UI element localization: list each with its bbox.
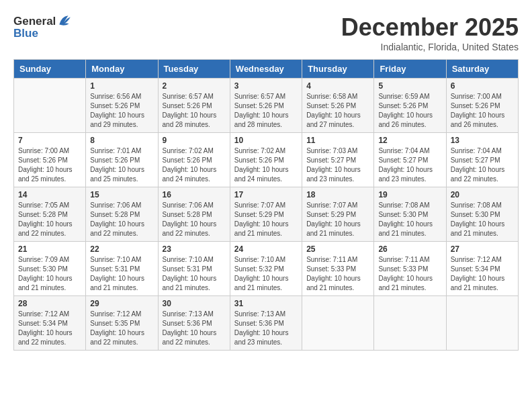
calendar-cell: 4Sunrise: 6:58 AMSunset: 5:26 PMDaylight… <box>302 79 374 133</box>
day-info: Sunrise: 7:12 AMSunset: 5:34 PMDaylight:… <box>18 310 81 347</box>
calendar-cell: 19Sunrise: 7:08 AMSunset: 5:30 PMDayligh… <box>374 187 446 242</box>
day-info: Sunrise: 7:04 AMSunset: 5:27 PMDaylight:… <box>451 146 514 184</box>
day-number: 28 <box>18 299 81 308</box>
calendar-week-row: 28Sunrise: 7:12 AMSunset: 5:34 PMDayligh… <box>14 296 519 351</box>
day-info: Sunrise: 7:05 AMSunset: 5:28 PMDaylight:… <box>18 201 81 238</box>
weekday-header: Tuesday <box>158 60 230 79</box>
day-number: 29 <box>90 299 153 308</box>
calendar-cell: 30Sunrise: 7:13 AMSunset: 5:36 PMDayligh… <box>158 296 230 351</box>
day-info: Sunrise: 7:00 AMSunset: 5:26 PMDaylight:… <box>18 146 81 184</box>
day-info: Sunrise: 7:07 AMSunset: 5:29 PMDaylight:… <box>306 201 369 238</box>
day-number: 1 <box>90 81 153 91</box>
day-info: Sunrise: 7:13 AMSunset: 5:36 PMDaylight:… <box>163 310 226 347</box>
day-info: Sunrise: 7:00 AMSunset: 5:26 PMDaylight:… <box>451 92 514 130</box>
day-number: 16 <box>163 190 226 199</box>
location: Indialantic, Florida, United States <box>341 42 519 52</box>
calendar-cell: 5Sunrise: 6:59 AMSunset: 5:26 PMDaylight… <box>374 79 446 133</box>
logo-general-text: General <box>13 15 56 28</box>
calendar-week-row: 14Sunrise: 7:05 AMSunset: 5:28 PMDayligh… <box>14 187 519 242</box>
day-number: 7 <box>18 136 81 145</box>
weekday-header: Friday <box>374 60 446 79</box>
calendar-cell: 2Sunrise: 6:57 AMSunset: 5:26 PMDaylight… <box>158 79 230 133</box>
day-number: 17 <box>234 190 298 199</box>
calendar-cell <box>374 296 446 351</box>
day-info: Sunrise: 7:07 AMSunset: 5:29 PMDaylight:… <box>234 201 298 238</box>
day-info: Sunrise: 7:13 AMSunset: 5:36 PMDaylight:… <box>234 310 298 347</box>
day-info: Sunrise: 7:06 AMSunset: 5:28 PMDaylight:… <box>90 201 153 238</box>
calendar-week-row: 7Sunrise: 7:00 AMSunset: 5:26 PMDaylight… <box>14 133 519 187</box>
day-info: Sunrise: 7:10 AMSunset: 5:32 PMDaylight:… <box>234 255 298 293</box>
calendar-cell: 8Sunrise: 7:01 AMSunset: 5:26 PMDaylight… <box>86 133 158 187</box>
month-title: December 2025 <box>341 13 519 42</box>
day-number: 10 <box>234 136 298 145</box>
day-number: 6 <box>451 81 514 91</box>
day-number: 8 <box>90 136 153 145</box>
calendar-cell: 6Sunrise: 7:00 AMSunset: 5:26 PMDaylight… <box>446 79 518 133</box>
calendar-cell: 22Sunrise: 7:10 AMSunset: 5:31 PMDayligh… <box>86 242 158 296</box>
day-number: 5 <box>378 81 441 91</box>
calendar-cell <box>302 296 374 351</box>
day-info: Sunrise: 6:57 AMSunset: 5:26 PMDaylight:… <box>234 92 298 130</box>
calendar-cell: 21Sunrise: 7:09 AMSunset: 5:30 PMDayligh… <box>14 242 86 296</box>
calendar-cell <box>446 296 518 351</box>
calendar-cell: 7Sunrise: 7:00 AMSunset: 5:26 PMDaylight… <box>14 133 86 187</box>
day-number: 4 <box>306 81 369 91</box>
calendar-cell: 20Sunrise: 7:08 AMSunset: 5:30 PMDayligh… <box>446 187 518 242</box>
weekday-header: Saturday <box>446 60 518 79</box>
title-area: December 2025 Indialantic, Florida, Unit… <box>341 13 519 52</box>
day-info: Sunrise: 7:08 AMSunset: 5:30 PMDaylight:… <box>451 201 514 238</box>
calendar-cell: 16Sunrise: 7:06 AMSunset: 5:28 PMDayligh… <box>158 187 230 242</box>
calendar-cell: 10Sunrise: 7:02 AMSunset: 5:26 PMDayligh… <box>230 133 302 187</box>
calendar-cell: 14Sunrise: 7:05 AMSunset: 5:28 PMDayligh… <box>14 187 86 242</box>
day-number: 20 <box>451 190 514 199</box>
day-number: 2 <box>163 81 226 91</box>
calendar-cell: 28Sunrise: 7:12 AMSunset: 5:34 PMDayligh… <box>14 296 86 351</box>
day-number: 12 <box>378 136 441 145</box>
calendar-week-row: 1Sunrise: 6:56 AMSunset: 5:26 PMDaylight… <box>14 79 519 133</box>
day-number: 19 <box>378 190 441 199</box>
calendar-cell: 24Sunrise: 7:10 AMSunset: 5:32 PMDayligh… <box>230 242 302 296</box>
calendar-cell: 23Sunrise: 7:10 AMSunset: 5:31 PMDayligh… <box>158 242 230 296</box>
calendar-cell: 17Sunrise: 7:07 AMSunset: 5:29 PMDayligh… <box>230 187 302 242</box>
calendar-cell: 26Sunrise: 7:11 AMSunset: 5:33 PMDayligh… <box>374 242 446 296</box>
day-info: Sunrise: 6:56 AMSunset: 5:26 PMDaylight:… <box>90 92 153 130</box>
day-number: 27 <box>451 244 514 254</box>
day-info: Sunrise: 7:12 AMSunset: 5:35 PMDaylight:… <box>90 310 153 347</box>
calendar-week-row: 21Sunrise: 7:09 AMSunset: 5:30 PMDayligh… <box>14 242 519 296</box>
weekday-header: Monday <box>86 60 158 79</box>
day-number: 26 <box>378 244 441 254</box>
day-info: Sunrise: 7:09 AMSunset: 5:30 PMDaylight:… <box>18 255 81 293</box>
day-info: Sunrise: 7:11 AMSunset: 5:33 PMDaylight:… <box>378 255 441 293</box>
day-number: 15 <box>90 190 153 199</box>
calendar-cell: 18Sunrise: 7:07 AMSunset: 5:29 PMDayligh… <box>302 187 374 242</box>
day-number: 3 <box>234 81 298 91</box>
calendar-cell: 11Sunrise: 7:03 AMSunset: 5:27 PMDayligh… <box>302 133 374 187</box>
day-info: Sunrise: 6:58 AMSunset: 5:26 PMDaylight:… <box>306 92 369 130</box>
calendar-cell <box>14 79 86 133</box>
day-info: Sunrise: 7:10 AMSunset: 5:31 PMDaylight:… <box>163 255 226 293</box>
calendar-header-row: SundayMondayTuesdayWednesdayThursdayFrid… <box>14 60 519 79</box>
weekday-header: Wednesday <box>230 60 302 79</box>
day-number: 9 <box>163 136 226 145</box>
logo-bird-icon <box>57 13 72 28</box>
day-info: Sunrise: 6:57 AMSunset: 5:26 PMDaylight:… <box>163 92 226 130</box>
day-info: Sunrise: 7:04 AMSunset: 5:27 PMDaylight:… <box>378 146 441 184</box>
day-number: 18 <box>306 190 369 199</box>
logo-container: General Blue <box>13 13 72 40</box>
day-number: 13 <box>451 136 514 145</box>
calendar-cell: 29Sunrise: 7:12 AMSunset: 5:35 PMDayligh… <box>86 296 158 351</box>
day-number: 21 <box>18 244 81 254</box>
day-number: 11 <box>306 136 369 145</box>
weekday-header: Sunday <box>14 60 86 79</box>
logo: General Blue <box>13 13 72 40</box>
page-header: General Blue December 2025 Indialantic, … <box>13 13 519 52</box>
calendar-cell: 15Sunrise: 7:06 AMSunset: 5:28 PMDayligh… <box>86 187 158 242</box>
day-info: Sunrise: 7:02 AMSunset: 5:26 PMDaylight:… <box>234 146 298 184</box>
calendar-cell: 12Sunrise: 7:04 AMSunset: 5:27 PMDayligh… <box>374 133 446 187</box>
calendar-cell: 31Sunrise: 7:13 AMSunset: 5:36 PMDayligh… <box>230 296 302 351</box>
calendar-cell: 13Sunrise: 7:04 AMSunset: 5:27 PMDayligh… <box>446 133 518 187</box>
day-info: Sunrise: 7:06 AMSunset: 5:28 PMDaylight:… <box>163 201 226 238</box>
calendar-cell: 25Sunrise: 7:11 AMSunset: 5:33 PMDayligh… <box>302 242 374 296</box>
day-info: Sunrise: 7:11 AMSunset: 5:33 PMDaylight:… <box>306 255 369 293</box>
day-number: 25 <box>306 244 369 254</box>
